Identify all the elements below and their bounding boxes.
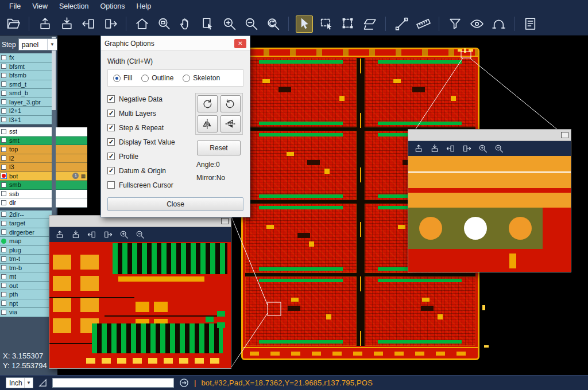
chevron-down-icon[interactable]: ▼ <box>24 378 33 388</box>
pan-hand-button[interactable] <box>177 15 194 33</box>
layer-visibility-checkbox[interactable] <box>0 182 7 188</box>
layer-row-smt[interactable]: smt <box>0 136 87 146</box>
layer-row-tm-t[interactable]: tm-t <box>0 255 52 264</box>
zoom-in-button[interactable] <box>478 144 488 153</box>
layer-visibility-checkbox[interactable] <box>0 91 7 96</box>
option-display-text-value[interactable]: ✓Display Text Value <box>107 135 194 149</box>
layer-row-via[interactable]: via <box>0 308 52 317</box>
zoom-out-button[interactable] <box>242 15 260 33</box>
layer-visibility-checkbox[interactable] <box>0 147 7 152</box>
layer-visibility-checkbox[interactable] <box>0 292 7 297</box>
line-tool-button[interactable] <box>393 15 410 33</box>
layer-visibility-checkbox[interactable] <box>0 200 7 205</box>
layer-row-bfsmt[interactable]: bfsmt <box>0 63 52 72</box>
layer-row-smd_t[interactable]: smd_t <box>0 80 52 89</box>
cursor-button[interactable] <box>296 15 313 33</box>
filter-button[interactable] <box>446 15 463 33</box>
layer-visibility-checkbox[interactable] <box>0 310 7 315</box>
zoom-out-button[interactable] <box>494 144 504 153</box>
select-page-button[interactable] <box>199 15 216 33</box>
rotate-ccw-button[interactable] <box>220 95 241 112</box>
magnifier-view[interactable] <box>408 156 571 272</box>
layer-row-bfsmb[interactable]: bfsmb <box>0 71 52 80</box>
command-input[interactable] <box>52 378 174 388</box>
import-up-button[interactable] <box>36 15 53 33</box>
layer-row-sst[interactable]: sst <box>0 127 87 136</box>
report-button[interactable] <box>521 15 539 33</box>
import-left-button[interactable] <box>446 144 455 153</box>
import-up-button[interactable] <box>55 230 64 239</box>
transform-select-button[interactable] <box>339 15 357 33</box>
layer-visibility-checkbox[interactable] <box>0 283 7 288</box>
rotate-cw-button[interactable] <box>198 95 218 112</box>
import-down-button[interactable] <box>71 230 80 239</box>
radio-fill[interactable]: Fill <box>113 74 132 82</box>
layer-visibility-checkbox[interactable] <box>0 155 7 161</box>
step-combo[interactable]: panel ▼ <box>18 38 57 50</box>
option-fullscreen-cursor[interactable]: Fullscreen Cursor <box>107 178 194 192</box>
layer-visibility-checkbox[interactable] <box>0 99 7 104</box>
layer-visibility-checkbox[interactable] <box>0 274 7 279</box>
layer-row-tm-b[interactable]: tm-b <box>0 264 52 273</box>
layer-visibility-checkbox[interactable] <box>0 81 7 87</box>
close-button[interactable]: Close <box>107 197 243 211</box>
import-right-button[interactable] <box>462 144 471 153</box>
layer-row-l2[interactable]: l2 <box>0 154 87 163</box>
layer-visibility-checkbox[interactable] <box>0 247 7 252</box>
zoom-window-button[interactable] <box>155 15 172 33</box>
layer-visibility-checkbox[interactable] <box>0 117 7 122</box>
import-up-button[interactable] <box>414 144 423 153</box>
ruler-button[interactable] <box>415 15 432 33</box>
home-button[interactable] <box>133 15 150 33</box>
magnifier-view[interactable] <box>49 242 231 368</box>
skew-tool-button[interactable] <box>361 15 378 33</box>
magnifier-titlebar[interactable] <box>408 130 571 141</box>
menu-view[interactable]: View <box>26 1 53 11</box>
layer-row-fx[interactable]: fx <box>0 53 52 63</box>
layer-row-target[interactable]: target <box>0 219 52 228</box>
radio-skeleton[interactable]: Skeleton <box>183 74 220 82</box>
layer-row-mt[interactable]: mt <box>0 272 52 282</box>
layer-row-bot[interactable]: bot1▦ <box>0 172 87 181</box>
mirror-vertical-button[interactable] <box>220 115 241 132</box>
layer-visibility-checkbox[interactable] <box>0 229 7 235</box>
layer-visibility-checkbox[interactable] <box>0 239 7 244</box>
option-profile[interactable]: ✓Profile <box>107 149 194 163</box>
layer-row-l3[interactable]: l3 <box>0 163 87 172</box>
magnifier-titlebar[interactable] <box>49 216 231 227</box>
layer-visibility-checkbox[interactable] <box>0 191 7 196</box>
layer-visibility-checkbox[interactable] <box>0 212 7 217</box>
layer-visibility-checkbox[interactable] <box>0 265 7 270</box>
menu-file[interactable]: File <box>3 1 26 11</box>
import-right-button[interactable] <box>103 230 113 239</box>
radio-outline[interactable]: Outline <box>141 74 173 82</box>
menu-selection[interactable]: Selection <box>53 1 94 11</box>
layer-row-2dir--[interactable]: 2dir-- <box>0 210 52 220</box>
option-step-repeat[interactable]: ✓Step & Repeat <box>107 120 194 135</box>
layer-row-dirgerber[interactable]: dirgerber <box>0 228 52 237</box>
layer-visibility-checkbox[interactable] <box>0 64 7 69</box>
layer-row-smb[interactable]: smb <box>0 181 87 190</box>
menu-options[interactable]: Options <box>94 1 130 11</box>
option-negative-data[interactable]: ✓Negative Data <box>107 92 194 106</box>
apply-icon[interactable] <box>179 378 189 388</box>
layer-visibility-checkbox[interactable] <box>0 173 7 179</box>
layer-visibility-checkbox[interactable] <box>0 55 7 60</box>
window-restore-icon[interactable] <box>221 218 229 224</box>
marquee-select-button[interactable] <box>318 15 335 33</box>
layer-visibility-checkbox[interactable] <box>0 301 7 306</box>
layer-visibility-checkbox[interactable] <box>0 138 7 143</box>
reset-button[interactable]: Reset <box>197 141 241 155</box>
close-icon[interactable]: ✕ <box>234 39 246 48</box>
open-folder-button[interactable] <box>5 15 22 33</box>
layer-visibility-checkbox[interactable] <box>0 73 7 78</box>
option-datum-origin[interactable]: ✓Datum & Origin <box>107 163 194 178</box>
layer-visibility-checkbox[interactable] <box>0 129 7 134</box>
zoom-in-button[interactable] <box>119 230 129 239</box>
layer-visibility-checkbox[interactable] <box>0 165 7 170</box>
import-left-button[interactable] <box>80 15 97 33</box>
layer-row-npt[interactable]: npt <box>0 299 52 309</box>
layer-row-plug[interactable]: plug <box>0 246 52 255</box>
import-left-button[interactable] <box>87 230 96 239</box>
layer-row-dir[interactable]: dir <box>0 198 87 208</box>
